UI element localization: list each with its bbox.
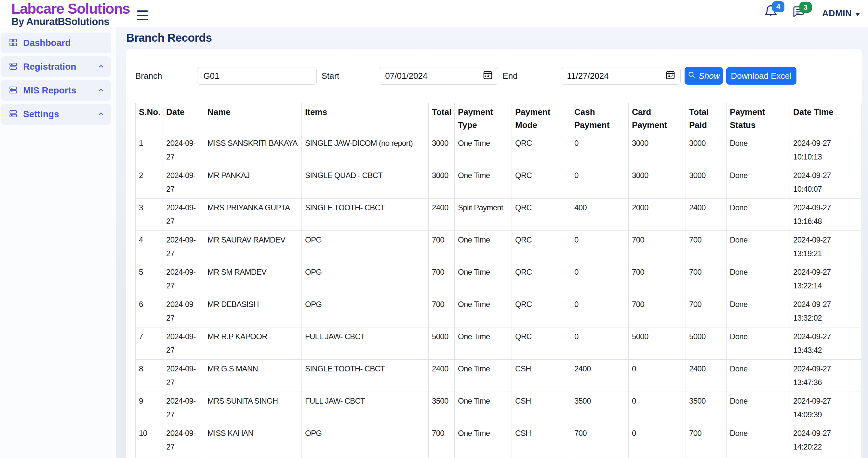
- table-cell: MR R.P KAPOOR: [204, 327, 302, 360]
- page-title: Branch Records: [126, 31, 863, 45]
- table-cell: FULL JAW- CBCT: [302, 392, 429, 424]
- table-cell: 2024-09-27 13:47:36: [790, 360, 862, 392]
- sidebar-item-label: Dashboard: [23, 38, 70, 48]
- table-cell: 3000: [686, 166, 726, 199]
- calendar-icon[interactable]: [482, 69, 493, 83]
- table-cell: 3500: [429, 392, 455, 424]
- table-cell: 11: [135, 456, 163, 458]
- branch-input[interactable]: G01: [197, 67, 317, 85]
- chevron-up-icon: [97, 86, 105, 95]
- sidebar: Dashboard Registration MIS Reports: [0, 27, 116, 458]
- table-cell: MISS SANSKRITI BAKAYA: [204, 134, 302, 166]
- messages-button[interactable]: 3: [792, 5, 805, 20]
- table-cell: 3000: [629, 134, 686, 166]
- table-cell: 2024-09-27: [163, 166, 204, 199]
- table-cell: 0: [629, 424, 686, 456]
- table-cell: OPG: [302, 231, 429, 263]
- table-cell: 700: [629, 295, 686, 327]
- page-layout: Dashboard Registration MIS Reports: [0, 27, 868, 458]
- table-cell: 3000: [429, 166, 455, 199]
- table-cell: 0: [571, 166, 629, 199]
- table-cell: MRS SUNITA SINGH: [204, 392, 302, 424]
- table-cell: 700: [629, 263, 686, 295]
- branch-input-value: G01: [203, 71, 219, 81]
- table-cell: 5000: [629, 327, 686, 360]
- sidebar-item-mis-reports[interactable]: MIS Reports: [1, 80, 111, 101]
- download-excel-label: Download Excel: [731, 71, 791, 81]
- notifications-button[interactable]: 4: [764, 5, 778, 20]
- table-cell: 2024-09-27 14:20:22: [790, 424, 862, 456]
- table-cell: 2024-09-27 13:43:42: [790, 327, 862, 360]
- chevron-up-icon: [97, 110, 105, 119]
- table-cell: 2024-09-27: [163, 456, 204, 458]
- table-cell: One Time: [455, 360, 512, 392]
- table-cell: SINGLE QUAD - CBCT: [302, 166, 429, 199]
- table-cell: 700: [686, 295, 726, 327]
- table-cell: 1: [135, 134, 163, 166]
- calendar-icon[interactable]: [665, 69, 676, 83]
- chevron-down-icon: [855, 13, 860, 16]
- table-cell: 2400: [429, 360, 455, 392]
- table-cell: 2400: [686, 360, 726, 392]
- sidebar-item-dashboard[interactable]: Dashboard: [1, 33, 111, 53]
- table-cell: 2024-09-27 13:22:14: [790, 263, 862, 295]
- table-cell: SINGLE QUAD- DICOME (no reporting): [302, 456, 429, 458]
- show-button[interactable]: Show: [685, 67, 723, 85]
- table-cell: QRC: [512, 327, 571, 360]
- table-cell: 700: [686, 231, 726, 263]
- table-cell: 9: [135, 392, 163, 424]
- table-cell: FULL JAW- CBCT: [302, 327, 429, 360]
- table-cell: MR SAURAV RAMDEV: [204, 231, 302, 263]
- end-date-input[interactable]: 11/27/2024: [561, 67, 681, 85]
- start-date-value: 07/01/2024: [385, 71, 427, 81]
- table-row: 82024-09-27MR G.S MANNSINGLE TOOTH- CBCT…: [135, 360, 862, 392]
- table-cell: CSH: [512, 424, 571, 456]
- app-logo[interactable]: Labcare Solutions By AnuratBSolutions: [11, 1, 137, 27]
- table-cell: 2024-09-27: [163, 231, 204, 263]
- table-row: 42024-09-27MR SAURAV RAMDEVOPG700One Tim…: [135, 231, 862, 263]
- sidebar-item-registration[interactable]: Registration: [1, 56, 111, 77]
- table-body: 12024-09-27MISS SANSKRITI BAKAYASINGLE J…: [135, 134, 862, 458]
- table-cell: Done: [726, 295, 790, 327]
- table-cell: MR DEBASISH: [204, 295, 302, 327]
- hamburger-menu-icon[interactable]: [137, 10, 148, 23]
- download-excel-button[interactable]: Download Excel: [726, 67, 797, 85]
- table-cell: 700: [429, 295, 455, 327]
- table-cell: 6: [135, 295, 163, 327]
- column-header: Payment Mode: [512, 103, 571, 134]
- show-button-label: Show: [699, 71, 720, 81]
- table-cell: 700: [429, 424, 455, 456]
- sidebar-item-label: Registration: [23, 61, 76, 72]
- table-cell: 2024-09-27 13:16:48: [790, 199, 862, 231]
- table-cell: Done: [726, 327, 790, 360]
- table-cell: 0: [571, 231, 629, 263]
- table-cell: One Time: [455, 295, 512, 327]
- table-cell: 5000: [429, 327, 455, 360]
- table-cell: 3000: [629, 166, 686, 199]
- table-cell: Done: [726, 231, 790, 263]
- table-cell: 8: [135, 360, 163, 392]
- table-cell: 2000: [571, 456, 629, 458]
- admin-menu[interactable]: ADMIN: [822, 8, 860, 19]
- filter-bar: Branch G01 Start 07/01/2024: [135, 67, 854, 85]
- table-cell: 2024-09-27 13:32:02: [790, 295, 862, 327]
- search-icon: [687, 70, 695, 81]
- table-row: 72024-09-27MR R.P KAPOORFULL JAW- CBCT50…: [135, 327, 862, 360]
- table-cell: SINGLE TOOTH- CBCT: [302, 360, 429, 392]
- sidebar-item-settings[interactable]: Settings: [1, 104, 111, 125]
- table-cell: 2024-09-27 10:10:13: [790, 134, 862, 166]
- table-cell: Done: [726, 456, 790, 458]
- table-cell: 2024-09-27: [163, 392, 204, 424]
- table-cell: Done: [726, 166, 790, 199]
- start-date-input[interactable]: 07/01/2024: [379, 67, 498, 85]
- table-row: 12024-09-27MISS SANSKRITI BAKAYASINGLE J…: [135, 134, 862, 166]
- table-row: 62024-09-27MR DEBASISHOPG700One TimeQRC0…: [135, 295, 862, 327]
- table-cell: One Time: [455, 231, 512, 263]
- table-cell: 2400: [429, 199, 455, 231]
- chat-icon: [792, 14, 805, 19]
- table-cell: QRC: [512, 134, 571, 166]
- column-header: S.No.: [135, 103, 163, 134]
- table-row: 52024-09-27MR SM RAMDEVOPG700One TimeQRC…: [135, 263, 862, 295]
- server-icon: [9, 62, 18, 72]
- bell-icon: [764, 14, 778, 20]
